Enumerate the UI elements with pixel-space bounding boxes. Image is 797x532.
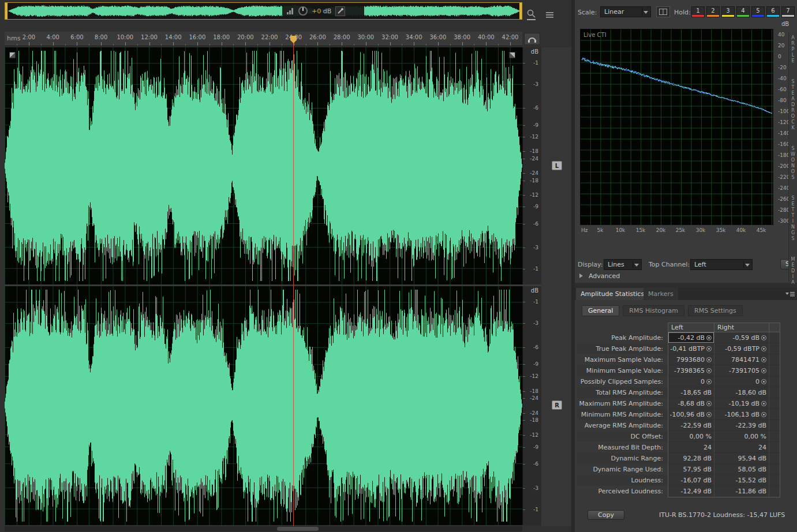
stat-value-cell-left[interactable]: -7398365 — [668, 365, 714, 376]
channel-R-button[interactable]: R — [552, 400, 562, 410]
stat-row-label: Average RMS Amplitude: — [577, 420, 668, 431]
stat-value-cell-right[interactable]: -10,19 dB — [714, 398, 769, 409]
stat-value-cell-left[interactable]: 92,28 dB — [668, 453, 714, 464]
spectrum-hz-axis: Hz5k10k15k20k25k30k35k40k45k — [580, 227, 776, 234]
stat-value-cell-left[interactable]: -16,07 dB — [668, 475, 714, 486]
stat-value-cell-left[interactable]: 0 — [668, 376, 714, 387]
hold-button-7[interactable]: 7 — [781, 6, 795, 17]
stat-value-cell-right[interactable]: 24 — [714, 442, 769, 453]
stat-value-cell-left[interactable]: 24 — [668, 442, 714, 453]
stat-value-cell-right[interactable]: 7841471 — [714, 354, 769, 365]
locate-marker-icon[interactable] — [761, 368, 766, 373]
locate-marker-icon[interactable] — [761, 346, 766, 351]
stat-value-cell-right[interactable]: 95,94 dB — [714, 453, 769, 464]
subtab-rms-histogram[interactable]: RMS Histogram — [623, 305, 684, 316]
locate-marker-icon[interactable] — [706, 346, 712, 351]
locate-marker-icon[interactable] — [706, 379, 712, 384]
hold-button-3[interactable]: 3 — [721, 6, 735, 17]
stat-value-cell-right[interactable]: -0,59 dBTP — [714, 343, 769, 354]
db-scale-tick — [523, 269, 525, 269]
volume-knob[interactable] — [298, 6, 308, 16]
stat-value-cell-right[interactable]: -11,86 dB — [714, 486, 769, 497]
overview-navigator[interactable]: +0 dB — [5, 2, 522, 20]
channel-divider[interactable] — [5, 284, 541, 286]
top-channel-select[interactable]: Left — [690, 259, 753, 270]
ruler-tick-minor — [402, 44, 402, 46]
advanced-toggle[interactable]: Advanced — [589, 272, 620, 280]
locate-marker-icon[interactable] — [761, 379, 766, 384]
scrollbar-thumb[interactable] — [277, 527, 319, 531]
column-header-left[interactable]: Left — [668, 323, 714, 332]
stat-value-cell-left[interactable]: -100,96 dB — [668, 409, 714, 420]
hold-button-4[interactable]: 4 — [736, 6, 750, 17]
stat-extra-cell — [769, 409, 780, 420]
db-scale-label: -1 — [533, 266, 538, 272]
db-scale-tick — [523, 302, 525, 302]
stat-value-cell-right[interactable]: -106,13 dB — [714, 409, 769, 420]
subtab-rms-settings[interactable]: RMS Settings — [688, 305, 743, 316]
dock-tab-arple[interactable]: ARPLE — [791, 35, 796, 64]
dock-tab-swonos[interactable]: SWONOS — [791, 146, 796, 181]
locate-marker-icon[interactable] — [706, 368, 712, 373]
hold-button-6[interactable]: 6 — [766, 6, 780, 17]
hold-button-2[interactable]: 2 — [706, 6, 720, 17]
locate-marker-icon[interactable] — [706, 357, 712, 362]
dock-tab-media[interactable]: MEDIA — [791, 257, 796, 286]
tab-markers[interactable]: Markers — [643, 288, 678, 300]
locate-marker-icon[interactable] — [761, 412, 766, 417]
locate-marker-dot — [708, 381, 710, 383]
panel-menu-icon[interactable] — [785, 291, 795, 297]
ruler-tick — [390, 42, 391, 46]
stat-value-cell-left[interactable]: -22,59 dB — [668, 420, 714, 431]
ruler-tick — [317, 42, 318, 46]
stat-value-cell-right[interactable]: -22,39 dB — [714, 420, 769, 431]
copy-button[interactable]: Copy — [588, 510, 624, 520]
stat-extra-cell — [769, 332, 780, 343]
hud-pin-button[interactable] — [335, 6, 345, 16]
fade-out-handle[interactable] — [509, 52, 515, 58]
dock-tab-steadrock[interactable]: STEADROCK — [791, 79, 796, 131]
stat-value-cell-right[interactable]: -15,52 dB — [714, 475, 769, 486]
locate-marker-icon[interactable] — [761, 401, 766, 406]
column-header-right[interactable]: Right — [714, 323, 769, 332]
locate-marker-icon[interactable] — [761, 357, 766, 362]
stat-value-cell-left[interactable]: -8,68 dB — [668, 398, 714, 409]
stat-value-cell-left[interactable]: 57,95 dB — [668, 464, 714, 475]
locate-marker-icon[interactable] — [706, 412, 712, 417]
stat-value-cell-right[interactable]: -7391705 — [714, 365, 769, 376]
stat-value-cell-left[interactable]: -18,65 dB — [668, 387, 714, 398]
stat-value-cell-left[interactable]: -0,42 dB — [668, 332, 714, 343]
monitor-button[interactable] — [524, 33, 540, 45]
channel-L-button[interactable]: L — [552, 161, 562, 170]
stat-value-cell-right[interactable]: 58,05 dB — [714, 464, 769, 475]
dock-tab-settings[interactable]: SETTINGS — [791, 196, 796, 242]
fade-in-handle[interactable] — [9, 52, 16, 58]
stat-value-cell-right[interactable]: -0,59 dB — [714, 332, 769, 343]
hold-button-5[interactable]: 5 — [751, 6, 765, 17]
stat-value-cell-right[interactable]: -18,60 dB — [714, 387, 769, 398]
waveform-right-channel[interactable] — [5, 286, 522, 525]
stat-value-cell-right[interactable]: 0 — [714, 376, 769, 387]
hold-button-1[interactable]: 1 — [691, 6, 705, 17]
stat-value-cell-left[interactable]: -0,41 dBTP — [668, 343, 714, 354]
display-select[interactable]: Lines — [604, 259, 642, 270]
advanced-disclosure-icon[interactable] — [579, 274, 583, 278]
stat-value-cell-left[interactable]: -12,49 dB — [668, 486, 714, 497]
locate-marker-icon[interactable] — [706, 401, 712, 406]
ruler-time-label: 34:00 — [406, 34, 422, 40]
panel-menu-icon[interactable] — [546, 12, 554, 18]
subtab-general[interactable]: General — [582, 305, 619, 316]
stat-value-cell-left[interactable]: 7993680 — [668, 354, 714, 365]
locate-marker-icon[interactable] — [761, 335, 766, 340]
zoom-icon[interactable] — [526, 9, 538, 21]
channel-layout-button[interactable] — [656, 6, 670, 17]
stat-value-cell-right[interactable]: 0,00 % — [714, 431, 769, 442]
horizontal-scrollbar[interactable] — [5, 526, 522, 531]
stat-value-cell-left[interactable]: 0,00 % — [668, 431, 714, 442]
scale-select[interactable]: Linear — [600, 6, 651, 17]
waveform-left-channel[interactable] — [5, 47, 522, 284]
navigator-left-handle[interactable] — [5, 3, 8, 19]
locate-marker-icon[interactable] — [706, 335, 712, 340]
timeline-ruler[interactable]: hms 2:004:006:008:0010:0012:0014:0016:00… — [5, 32, 522, 46]
navigator-right-handle[interactable] — [519, 3, 522, 19]
